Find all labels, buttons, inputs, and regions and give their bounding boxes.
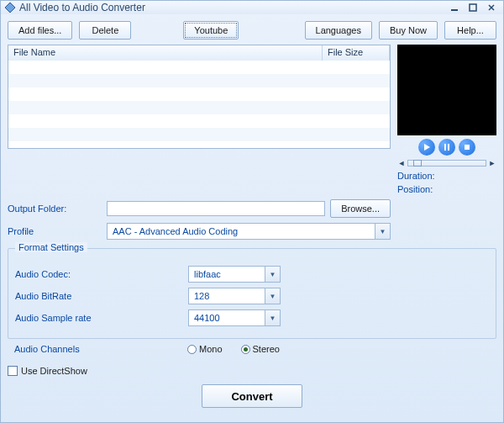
- main-area: File Name File Size ◄: [1, 45, 503, 194]
- file-list[interactable]: File Name File Size: [8, 45, 391, 149]
- svg-rect-2: [470, 4, 476, 11]
- svg-rect-8: [465, 145, 470, 150]
- app-icon: [4, 2, 16, 13]
- mono-radio[interactable]: Mono: [187, 344, 223, 354]
- chevron-down-icon[interactable]: ▼: [265, 267, 280, 282]
- audio-codec-combo[interactable]: libfaac ▼: [188, 266, 281, 283]
- toolbar: Add files... Delete Youtube Languages Bu…: [1, 14, 503, 45]
- audio-sample-rate-label: Audio Sample rate: [15, 313, 183, 323]
- chevron-down-icon[interactable]: ▼: [265, 288, 280, 304]
- app-window: All Video to Audio Converter Add files..…: [0, 0, 504, 423]
- file-list-body[interactable]: [8, 61, 390, 148]
- use-directshow-checkbox[interactable]: Use DirectShow: [8, 366, 87, 376]
- chevron-down-icon[interactable]: ▼: [375, 224, 390, 239]
- minimize-button[interactable]: [446, 1, 463, 14]
- stop-button[interactable]: [459, 139, 475, 156]
- audio-codec-label: Audio Codec:: [15, 269, 183, 279]
- titlebar: All Video to Audio Converter: [1, 1, 503, 14]
- audio-sample-rate-value: 44100: [189, 313, 265, 323]
- duration-label: Duration:: [397, 171, 496, 181]
- convert-button[interactable]: Convert: [202, 384, 302, 408]
- format-settings-legend: Format Settings: [15, 242, 87, 252]
- seek-left-icon[interactable]: ◄: [397, 159, 406, 167]
- help-button[interactable]: Help...: [444, 21, 496, 40]
- browse-button[interactable]: Browse...: [330, 199, 391, 218]
- youtube-button[interactable]: Youtube: [183, 21, 239, 40]
- radio-icon: [241, 345, 250, 354]
- radio-icon: [187, 345, 197, 354]
- audio-codec-value: libfaac: [189, 269, 265, 279]
- svg-rect-7: [448, 144, 449, 151]
- position-label: Position:: [397, 184, 496, 194]
- checkbox-icon: [8, 366, 18, 376]
- audio-bitrate-label: Audio BitRate: [15, 291, 183, 301]
- chevron-down-icon[interactable]: ▼: [265, 310, 280, 325]
- video-preview: [397, 45, 496, 135]
- delete-button[interactable]: Delete: [79, 21, 131, 40]
- stereo-radio[interactable]: Stereo: [241, 344, 280, 354]
- svg-marker-5: [424, 144, 430, 151]
- stereo-label: Stereo: [253, 344, 280, 354]
- buy-now-button[interactable]: Buy Now: [379, 21, 438, 40]
- add-files-button[interactable]: Add files...: [8, 21, 72, 40]
- profile-combo[interactable]: AAC - Advanced Audio Coding ▼: [107, 223, 391, 240]
- output-folder-input[interactable]: [107, 201, 325, 216]
- maximize-button[interactable]: [465, 1, 481, 14]
- footer-area: Use DirectShow Convert: [1, 359, 503, 408]
- svg-marker-0: [5, 3, 15, 13]
- window-title: All Video to Audio Converter: [19, 2, 444, 13]
- use-directshow-label: Use DirectShow: [21, 366, 87, 376]
- pause-button[interactable]: [438, 139, 455, 156]
- mono-label: Mono: [199, 344, 223, 354]
- svg-rect-6: [444, 144, 446, 151]
- file-list-header: File Name File Size: [8, 45, 390, 61]
- play-button[interactable]: [418, 139, 435, 156]
- seek-bar[interactable]: ◄ ►: [397, 159, 496, 167]
- audio-sample-rate-combo[interactable]: 44100 ▼: [188, 309, 281, 326]
- seek-track[interactable]: [407, 160, 486, 167]
- format-settings-group: Format Settings Audio Codec: libfaac ▼ A…: [8, 248, 496, 339]
- audio-channels-label: Audio Channels: [14, 344, 182, 354]
- player-controls: [397, 139, 496, 156]
- col-file-size[interactable]: File Size: [323, 45, 390, 61]
- col-file-name[interactable]: File Name: [8, 45, 323, 61]
- output-profile-area: Output Folder: Browse... Profile AAC - A…: [1, 194, 503, 245]
- profile-value: AAC - Advanced Audio Coding: [108, 226, 375, 236]
- profile-label: Profile: [8, 226, 102, 236]
- close-button[interactable]: [483, 1, 500, 14]
- seek-thumb[interactable]: [413, 160, 422, 167]
- audio-bitrate-value: 128: [189, 291, 265, 301]
- seek-right-icon[interactable]: ►: [488, 159, 496, 167]
- output-folder-label: Output Folder:: [8, 204, 102, 214]
- languages-button[interactable]: Languages: [305, 21, 372, 40]
- audio-channels-row: Audio Channels Mono Stereo: [1, 339, 503, 359]
- svg-rect-1: [451, 9, 458, 11]
- audio-bitrate-combo[interactable]: 128 ▼: [188, 288, 281, 304]
